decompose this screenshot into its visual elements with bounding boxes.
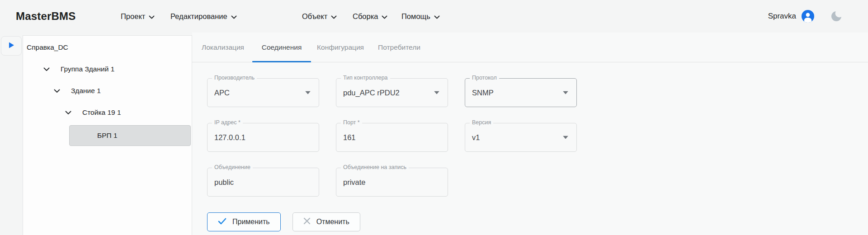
controller-type-select[interactable]: Тип контроллера pdu_APC rPDU2 bbox=[336, 78, 448, 107]
chevron-down-icon[interactable] bbox=[65, 111, 71, 115]
field-value: APC bbox=[214, 89, 230, 97]
tab-label: Потребители bbox=[378, 43, 420, 52]
menu-assembly-label: Сборка bbox=[353, 12, 378, 21]
chevron-down-icon bbox=[231, 12, 237, 21]
connection-form: Производитель APC Тип контроллера pdu_AP… bbox=[192, 62, 868, 231]
dropdown-arrow-icon bbox=[305, 91, 311, 94]
object-tree-panel: Справка_DC Группа Зданий 1 Здание 1 Стой… bbox=[23, 35, 192, 235]
tree-node-root[interactable]: Справка_DC bbox=[23, 38, 192, 56]
menu-project[interactable]: Проект bbox=[121, 0, 155, 33]
protocol-select[interactable]: Протокол SNMP bbox=[465, 78, 577, 107]
cancel-button-label: Отменить bbox=[316, 218, 349, 226]
username-label: Spravka bbox=[768, 12, 796, 21]
dropdown-arrow-icon bbox=[563, 136, 568, 139]
form-row-2: IP адрес * Порт * Версия v1 bbox=[207, 123, 868, 152]
menu-help-label: Помощь bbox=[401, 12, 430, 21]
field-label: Порт * bbox=[341, 119, 362, 126]
ip-address-field[interactable]: IP адрес * bbox=[207, 123, 319, 152]
tab-configuration[interactable]: Конфигурация bbox=[311, 33, 370, 62]
field-label: Протокол bbox=[470, 75, 499, 81]
menu-help[interactable]: Помощь bbox=[401, 0, 440, 33]
menu-object[interactable]: Объект bbox=[302, 0, 337, 33]
menu-assembly[interactable]: Сборка bbox=[353, 0, 387, 33]
tab-consumers[interactable]: Потребители bbox=[370, 33, 429, 62]
tab-connections[interactable]: Соединения bbox=[252, 33, 311, 62]
version-select[interactable]: Версия v1 bbox=[465, 123, 577, 152]
field-label: IP адрес * bbox=[212, 119, 243, 126]
tab-label: Локализация bbox=[202, 43, 244, 52]
chevron-down-icon[interactable] bbox=[54, 89, 60, 93]
tree-node-rack[interactable]: Стойка 19 1 bbox=[23, 103, 192, 122]
port-field[interactable]: Порт * bbox=[336, 123, 448, 152]
tabs-bar: Локализация Соединения Конфигурация Потр… bbox=[192, 33, 868, 62]
main-content: Локализация Соединения Конфигурация Потр… bbox=[192, 33, 868, 235]
dropdown-arrow-icon bbox=[434, 91, 439, 94]
apply-button[interactable]: Применить bbox=[207, 212, 281, 231]
form-row-1: Производитель APC Тип контроллера pdu_AP… bbox=[207, 78, 868, 107]
manufacturer-select[interactable]: Производитель APC bbox=[207, 78, 319, 107]
community-field[interactable]: Объединение bbox=[207, 168, 319, 197]
tree-node-building[interactable]: Здание 1 bbox=[23, 82, 192, 100]
chevron-down-icon bbox=[149, 12, 155, 21]
field-label: Объединение на запись bbox=[341, 164, 409, 170]
tree-node-label: Здание 1 bbox=[71, 87, 101, 95]
menu-project-label: Проект bbox=[121, 12, 145, 21]
chevron-down-icon bbox=[331, 12, 337, 21]
topbar-right: Spravka bbox=[768, 0, 842, 33]
tree-node-label: Стойка 19 1 bbox=[82, 108, 121, 117]
chevron-down-icon bbox=[382, 12, 387, 21]
tab-label: Соединения bbox=[262, 43, 302, 52]
tree-node-building-group[interactable]: Группа Зданий 1 bbox=[23, 60, 192, 78]
cancel-button[interactable]: Отменить bbox=[292, 212, 360, 231]
chevron-down-icon[interactable] bbox=[43, 67, 50, 71]
port-input[interactable] bbox=[343, 133, 429, 142]
field-label: Версия bbox=[470, 119, 493, 126]
menu-object-label: Объект bbox=[302, 12, 327, 21]
user-avatar-icon[interactable] bbox=[802, 10, 814, 23]
field-value: SNMP bbox=[472, 89, 494, 97]
tab-label: Конфигурация bbox=[317, 43, 364, 52]
chevron-down-icon bbox=[434, 12, 440, 21]
check-icon bbox=[218, 218, 226, 226]
community-write-input[interactable] bbox=[343, 178, 429, 187]
menu-edit-label: Редактирование bbox=[170, 12, 227, 21]
tree-node-label: БРП 1 bbox=[97, 132, 118, 140]
close-icon bbox=[303, 217, 311, 226]
tree-node-pdu-selected[interactable]: БРП 1 bbox=[69, 125, 191, 146]
field-value: v1 bbox=[472, 133, 480, 142]
community-input[interactable] bbox=[214, 178, 300, 187]
field-value: pdu_APC rPDU2 bbox=[343, 89, 400, 97]
form-row-3: Объединение Объединение на запись bbox=[207, 168, 868, 197]
form-buttons: Применить Отменить bbox=[207, 212, 868, 231]
apply-button-label: Применить bbox=[232, 218, 270, 226]
field-label: Тип контроллера bbox=[341, 75, 390, 81]
menu-edit[interactable]: Редактирование bbox=[170, 0, 237, 33]
tab-localization[interactable]: Локализация bbox=[193, 33, 252, 62]
tree-node-label: Группа Зданий 1 bbox=[61, 65, 114, 73]
dropdown-arrow-icon bbox=[563, 91, 568, 94]
top-bar: MasterBMS Проект Редактирование Объект С… bbox=[0, 0, 868, 33]
sidebar-expand-button[interactable] bbox=[1, 36, 22, 56]
dark-mode-moon-icon[interactable] bbox=[830, 10, 842, 22]
field-label: Объединение bbox=[212, 164, 253, 170]
play-triangle-icon bbox=[8, 42, 15, 51]
ip-address-input[interactable] bbox=[214, 133, 300, 142]
app-logo: MasterBMS bbox=[16, 0, 76, 33]
field-label: Производитель bbox=[212, 75, 257, 81]
community-write-field[interactable]: Объединение на запись bbox=[336, 168, 448, 197]
tree-root-label: Справка_DC bbox=[27, 43, 68, 52]
